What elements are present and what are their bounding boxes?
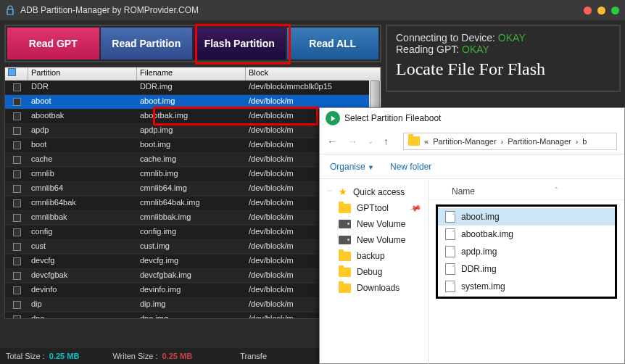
close-icon[interactable] <box>584 7 592 15</box>
cell-filename: cache.img <box>137 153 246 167</box>
row-checkbox[interactable] <box>5 153 28 167</box>
folder-icon <box>408 136 420 146</box>
label: backup <box>357 251 385 261</box>
new-folder-button[interactable]: New folder <box>390 162 431 172</box>
status-connect-label: Connecting to Device: <box>396 32 495 44</box>
dialog-toolbar: Organise ▼ New folder <box>320 154 624 179</box>
chevron-right-icon: › <box>501 137 504 146</box>
sidebar-quick-access[interactable]: ﹀★Quick access <box>320 183 428 200</box>
file-row[interactable]: system.img <box>438 278 615 295</box>
file-row[interactable]: aboot.img <box>438 208 615 226</box>
cell-partition: cmnlib64bak <box>28 197 137 210</box>
cell-filename: aboot.img <box>137 95 246 109</box>
row-checkbox[interactable] <box>5 182 28 196</box>
row-checkbox[interactable] <box>5 226 28 239</box>
dialog-nav: ← → ⌄ ↑ « Partition-Manager› Partition-M… <box>320 128 624 154</box>
cell-partition: DDR <box>28 80 137 94</box>
row-checkbox[interactable] <box>5 211 28 225</box>
read-partition-button[interactable]: Read Partition <box>101 28 193 59</box>
cell-filename: boot.img <box>137 138 246 152</box>
row-checkbox[interactable] <box>5 124 28 138</box>
folder-icon <box>339 252 351 261</box>
sidebar-gpttool[interactable]: GPTtool📌 <box>320 200 428 216</box>
read-all-button[interactable]: Read ALL <box>287 28 379 59</box>
nav-forward-icon[interactable]: → <box>347 136 357 147</box>
cell-filename: cmnlibbak.img <box>137 211 246 225</box>
nav-back-icon[interactable]: ← <box>327 136 337 147</box>
cell-block: /dev/block/mmcblk0p15 <box>246 80 381 94</box>
row-checkbox[interactable] <box>5 298 28 312</box>
status-gpt-value: OKAY <box>462 44 489 55</box>
breadcrumb[interactable]: « Partition-Manager› Partition-Manager› … <box>403 133 617 150</box>
file-name: apdp.img <box>461 247 497 257</box>
row-checkbox[interactable] <box>5 313 28 319</box>
label: GPTtool <box>357 203 389 213</box>
nav-dropdown-icon[interactable]: ⌄ <box>368 137 373 145</box>
file-list-header[interactable]: Name˄ <box>429 183 624 200</box>
cell-filename: abootbak.img <box>137 109 246 123</box>
row-checkbox[interactable] <box>5 240 28 254</box>
label: Debug <box>357 267 382 277</box>
flash-partition-button[interactable]: Flash Partition <box>194 28 286 59</box>
label: New Volume <box>357 219 405 229</box>
titlebar: ADB Partition-Manager by ROMProvider.COM <box>0 0 625 20</box>
drive-icon <box>339 236 351 244</box>
sidebar-downloads[interactable]: Downloads <box>320 280 428 296</box>
maximize-icon[interactable] <box>611 7 619 15</box>
col-partition[interactable]: Partition <box>28 67 137 80</box>
minimize-icon[interactable] <box>597 7 605 15</box>
cell-filename: DDR.img <box>137 80 246 94</box>
sidebar-new-volume-1[interactable]: New Volume <box>320 216 428 232</box>
col-block[interactable]: Block <box>246 67 381 80</box>
crumb-a[interactable]: Partition-Manager <box>433 137 496 146</box>
file-icon <box>445 246 455 257</box>
file-name: aboot.img <box>461 212 500 222</box>
row-checkbox[interactable] <box>5 167 28 181</box>
nav-up-icon[interactable]: ↑ <box>384 136 389 147</box>
file-row[interactable]: apdp.img <box>438 243 615 260</box>
row-checkbox[interactable] <box>5 95 28 109</box>
row-checkbox[interactable] <box>5 284 28 297</box>
table-row[interactable]: DDRDDR.img/dev/block/mmcblk0p15 <box>5 80 381 95</box>
crumb-prefix: « <box>424 137 429 146</box>
crumb-b[interactable]: Partition-Manager <box>508 137 571 146</box>
cell-filename: devcfg.img <box>137 255 246 268</box>
written-size-value: 0.25 MB <box>162 352 193 360</box>
file-icon <box>445 281 455 292</box>
sidebar-backup[interactable]: backup <box>320 248 428 264</box>
label: Quick access <box>353 187 405 197</box>
pin-icon: 📌 <box>409 202 423 215</box>
row-checkbox[interactable] <box>5 138 28 152</box>
folder-icon <box>339 284 351 293</box>
file-row[interactable]: abootbak.img <box>438 226 615 243</box>
organise-button[interactable]: Organise ▼ <box>330 162 374 172</box>
row-checkbox[interactable] <box>5 80 28 94</box>
drive-icon <box>339 220 351 228</box>
row-checkbox[interactable] <box>5 197 28 210</box>
row-checkbox[interactable] <box>5 269 28 283</box>
cell-partition: boot <box>28 138 137 152</box>
row-checkbox[interactable] <box>5 109 28 123</box>
file-name: system.img <box>461 281 505 291</box>
total-size-value: 0.25 MB <box>49 352 80 360</box>
cell-filename: devcfgbak.img <box>137 269 246 283</box>
sidebar-new-volume-2[interactable]: New Volume <box>320 232 428 248</box>
file-row[interactable]: DDR.img <box>438 260 615 278</box>
col-filename[interactable]: Filename <box>137 67 246 80</box>
file-icon <box>445 263 455 275</box>
select-all-checkbox[interactable] <box>5 67 28 80</box>
cell-partition: devcfg <box>28 255 137 268</box>
dialog-file-list: Name˄ aboot.imgabootbak.imgapdp.imgDDR.i… <box>429 179 624 364</box>
status-bar: Total Size : 0.25 MB Writen Size : 0.25 … <box>0 348 319 364</box>
written-size-label: Writen Size : <box>112 352 157 360</box>
chevron-right-icon: › <box>576 137 579 146</box>
cell-partition: devinfo <box>28 284 137 297</box>
cell-filename: cmnlib64bak.img <box>137 197 246 210</box>
cell-partition: cache <box>28 153 137 167</box>
window-controls[interactable] <box>584 7 619 15</box>
sidebar-debug[interactable]: Debug <box>320 264 428 280</box>
status-heading: Locate File For Flash <box>396 59 610 79</box>
read-gpt-button[interactable]: Read GPT <box>7 28 99 59</box>
crumb-c[interactable]: b <box>582 137 587 146</box>
row-checkbox[interactable] <box>5 255 28 268</box>
